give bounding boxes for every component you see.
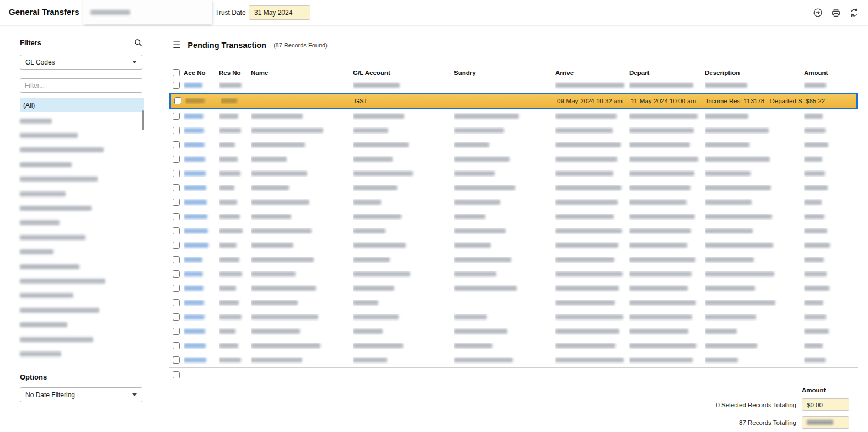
- cell-acc[interactable]: [184, 343, 219, 349]
- cell-acc[interactable]: [184, 214, 219, 220]
- table-row[interactable]: [169, 109, 858, 124]
- gl-code-item[interactable]: [20, 186, 144, 201]
- col-name[interactable]: Name: [251, 70, 353, 76]
- gl-code-item[interactable]: [20, 216, 144, 230]
- trust-date-input[interactable]: 31 May 2024: [249, 5, 310, 20]
- gl-code-item[interactable]: [20, 303, 144, 317]
- row-checkbox[interactable]: [173, 141, 180, 148]
- table-row[interactable]: [169, 181, 858, 195]
- menu-icon[interactable]: ☰: [173, 41, 180, 50]
- row-checkbox[interactable]: [173, 342, 180, 349]
- table-row[interactable]: [169, 152, 858, 167]
- select-all-checkbox[interactable]: [173, 69, 180, 76]
- gl-code-item[interactable]: [20, 245, 144, 259]
- filter-input[interactable]: [20, 78, 142, 93]
- cell-acc[interactable]: [184, 113, 219, 120]
- row-checkbox[interactable]: [174, 97, 181, 104]
- cell-acc[interactable]: [184, 314, 219, 321]
- table-row[interactable]: [169, 324, 858, 339]
- refresh-icon[interactable]: [849, 8, 859, 18]
- search-icon[interactable]: [134, 39, 142, 47]
- gl-code-item[interactable]: [20, 289, 144, 303]
- row-checkbox[interactable]: [173, 371, 180, 378]
- cell-acc[interactable]: [184, 228, 219, 234]
- table-row[interactable]: [169, 195, 858, 210]
- cell-acc[interactable]: [184, 271, 219, 278]
- table-row[interactable]: [169, 339, 858, 353]
- gl-code-item-all[interactable]: (All): [20, 98, 144, 112]
- col-sundry[interactable]: Sundry: [454, 70, 555, 76]
- row-checkbox[interactable]: [173, 213, 180, 220]
- cell-acc[interactable]: [184, 185, 219, 191]
- table-row-selected[interactable]: GST09-May-2024 10:32 am11-May-2024 10:00…: [169, 93, 858, 109]
- row-checkbox[interactable]: [173, 270, 180, 278]
- row-checkbox[interactable]: [173, 242, 180, 249]
- print-icon[interactable]: [831, 8, 841, 18]
- table-row[interactable]: [169, 138, 858, 152]
- cell-acc[interactable]: [184, 156, 219, 163]
- cell-acc[interactable]: [184, 142, 219, 148]
- col-res-no[interactable]: Res No: [219, 70, 251, 76]
- row-checkbox[interactable]: [173, 356, 180, 364]
- gl-code-item[interactable]: [20, 317, 144, 332]
- gl-code-item[interactable]: [20, 332, 144, 346]
- col-acc-no[interactable]: Acc No: [184, 70, 219, 76]
- gl-code-item[interactable]: [20, 114, 144, 128]
- cell-acc[interactable]: [185, 98, 221, 104]
- selected-total-field[interactable]: $0.00: [802, 398, 849, 411]
- table-row[interactable]: [169, 368, 858, 380]
- row-checkbox[interactable]: [173, 184, 180, 191]
- col-depart[interactable]: Depart: [629, 70, 705, 76]
- row-checkbox[interactable]: [173, 299, 180, 306]
- cell-acc[interactable]: [184, 242, 219, 249]
- cell-acc[interactable]: [184, 285, 219, 292]
- table-row[interactable]: [169, 296, 858, 310]
- cell-acc[interactable]: [184, 257, 219, 263]
- cell-acc[interactable]: [184, 199, 219, 206]
- table-row[interactable]: [169, 238, 858, 253]
- row-checkbox[interactable]: [173, 113, 180, 120]
- gl-code-item[interactable]: [20, 143, 144, 157]
- cell-acc[interactable]: [184, 328, 219, 335]
- row-checkbox[interactable]: [173, 82, 180, 89]
- row-checkbox[interactable]: [173, 285, 180, 292]
- table-row[interactable]: [169, 224, 858, 238]
- cell-acc[interactable]: [184, 357, 219, 364]
- table-row[interactable]: [169, 78, 858, 93]
- row-checkbox[interactable]: [173, 199, 180, 206]
- cell-acc[interactable]: [184, 82, 219, 89]
- col-arrive[interactable]: Arrive: [555, 70, 629, 76]
- records-total-field[interactable]: [802, 416, 849, 429]
- table-row[interactable]: [169, 353, 858, 367]
- gl-code-item[interactable]: [20, 157, 144, 172]
- col-description[interactable]: Description: [705, 70, 804, 76]
- gl-code-item[interactable]: [20, 346, 144, 361]
- table-row[interactable]: [169, 124, 858, 138]
- row-checkbox[interactable]: [173, 170, 180, 177]
- gl-code-item[interactable]: [20, 172, 144, 186]
- cell-acc[interactable]: [184, 170, 219, 177]
- table-row[interactable]: [169, 253, 858, 267]
- gl-codes-select[interactable]: GL Codes: [20, 55, 142, 70]
- col-gl-account[interactable]: G/L Account: [353, 70, 454, 76]
- row-checkbox[interactable]: [173, 256, 180, 263]
- table-row[interactable]: [169, 281, 858, 296]
- cell-acc[interactable]: [184, 127, 219, 134]
- table-row[interactable]: [169, 167, 858, 181]
- list-scrollbar-thumb[interactable]: [142, 110, 144, 130]
- gl-code-item[interactable]: [20, 230, 144, 244]
- table-row[interactable]: [169, 210, 858, 224]
- gl-code-item[interactable]: [20, 201, 144, 215]
- row-checkbox[interactable]: [173, 127, 180, 134]
- gl-code-item[interactable]: [20, 274, 144, 288]
- gl-code-item[interactable]: [20, 259, 144, 274]
- col-amount[interactable]: Amount: [804, 70, 858, 76]
- row-checkbox[interactable]: [173, 313, 180, 321]
- date-filter-select[interactable]: No Date Filtering: [20, 387, 142, 402]
- gl-code-item[interactable]: [20, 128, 144, 142]
- row-checkbox[interactable]: [173, 227, 180, 234]
- open-record-icon[interactable]: [813, 8, 823, 18]
- row-checkbox[interactable]: [173, 156, 180, 163]
- table-row[interactable]: [169, 267, 858, 281]
- row-checkbox[interactable]: [173, 328, 180, 335]
